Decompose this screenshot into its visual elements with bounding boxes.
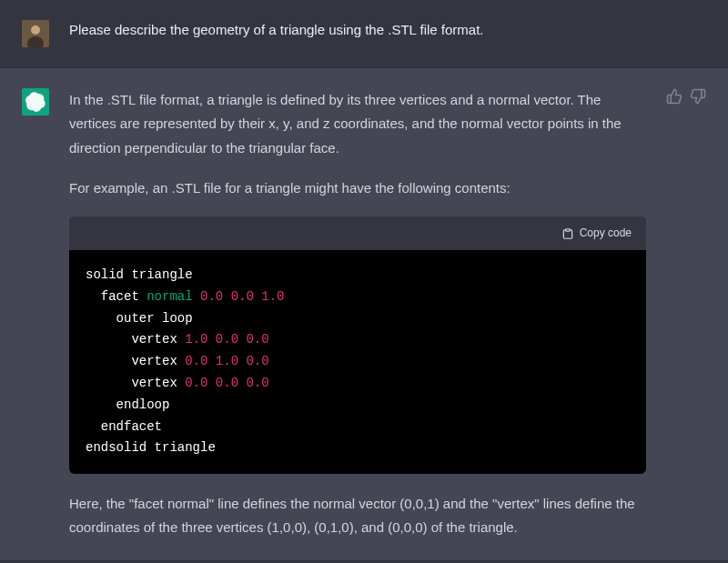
code-header: Copy code — [69, 216, 646, 250]
user-avatar — [22, 20, 49, 47]
code-content[interactable]: solid triangle facet normal 0.0 0.0 1.0 … — [69, 250, 646, 474]
assistant-message-row: In the .STL file format, a triangle is d… — [0, 68, 728, 561]
openai-logo-icon — [25, 92, 46, 112]
user-message-content: Please describe the geometry of a triang… — [69, 20, 706, 47]
thumbs-down-button[interactable] — [690, 88, 706, 105]
message-actions — [666, 88, 706, 540]
svg-point-1 — [31, 25, 40, 35]
thumbs-up-icon — [666, 88, 682, 105]
thumbs-down-icon — [690, 88, 706, 105]
assistant-message-content: In the .STL file format, a triangle is d… — [69, 88, 646, 540]
user-message-text: Please describe the geometry of a triang… — [69, 20, 706, 41]
svg-rect-3 — [565, 228, 570, 230]
user-message-row: Please describe the geometry of a triang… — [0, 0, 728, 68]
copy-code-label: Copy code — [580, 224, 632, 243]
clipboard-icon — [561, 227, 574, 240]
code-block: Copy code solid triangle facet normal 0.… — [69, 216, 646, 474]
thumbs-up-button[interactable] — [666, 88, 682, 105]
assistant-paragraph-2: For example, an .STL file for a triangle… — [69, 176, 646, 200]
assistant-avatar — [22, 88, 49, 116]
copy-code-button[interactable]: Copy code — [561, 224, 632, 243]
assistant-paragraph-3: Here, the "facet normal" line defines th… — [69, 492, 646, 540]
user-avatar-image — [22, 20, 49, 47]
assistant-paragraph-1: In the .STL file format, a triangle is d… — [69, 88, 646, 160]
